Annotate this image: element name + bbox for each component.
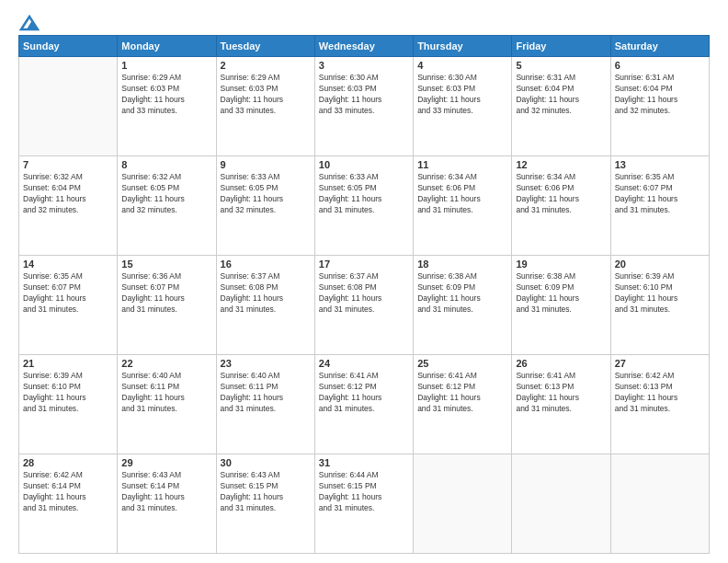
day-info: Sunrise: 6:38 AM Sunset: 6:09 PM Dayligh… — [516, 271, 606, 316]
calendar-week-row: 7Sunrise: 6:32 AM Sunset: 6:04 PM Daylig… — [19, 156, 710, 256]
day-info: Sunrise: 6:34 AM Sunset: 6:06 PM Dayligh… — [417, 172, 507, 216]
calendar-cell: 19Sunrise: 6:38 AM Sunset: 6:09 PM Dayli… — [512, 256, 610, 355]
day-number: 23 — [221, 358, 311, 369]
day-info: Sunrise: 6:41 AM Sunset: 6:13 PM Dayligh… — [516, 371, 606, 415]
day-number: 3 — [319, 60, 409, 71]
calendar-cell: 2Sunrise: 6:29 AM Sunset: 6:03 PM Daylig… — [216, 57, 314, 156]
calendar-week-row: 1Sunrise: 6:29 AM Sunset: 6:03 PM Daylig… — [19, 57, 710, 156]
calendar-cell — [610, 454, 709, 554]
day-info: Sunrise: 6:42 AM Sunset: 6:14 PM Dayligh… — [23, 470, 113, 514]
day-info: Sunrise: 6:43 AM Sunset: 6:14 PM Dayligh… — [121, 470, 211, 514]
calendar-cell: 6Sunrise: 6:31 AM Sunset: 6:04 PM Daylig… — [610, 57, 709, 156]
day-number: 27 — [615, 358, 705, 369]
calendar-cell: 13Sunrise: 6:35 AM Sunset: 6:07 PM Dayli… — [610, 156, 709, 256]
day-info: Sunrise: 6:41 AM Sunset: 6:12 PM Dayligh… — [417, 371, 507, 415]
day-number: 10 — [319, 159, 409, 170]
calendar-cell — [512, 454, 610, 554]
day-info: Sunrise: 6:29 AM Sunset: 6:03 PM Dayligh… — [221, 73, 311, 117]
calendar-cell: 9Sunrise: 6:33 AM Sunset: 6:05 PM Daylig… — [216, 156, 314, 256]
day-info: Sunrise: 6:30 AM Sunset: 6:03 PM Dayligh… — [319, 73, 409, 117]
calendar-cell: 10Sunrise: 6:33 AM Sunset: 6:05 PM Dayli… — [314, 156, 413, 256]
day-info: Sunrise: 6:36 AM Sunset: 6:07 PM Dayligh… — [121, 271, 211, 316]
day-number: 15 — [121, 259, 211, 270]
calendar-cell: 28Sunrise: 6:42 AM Sunset: 6:14 PM Dayli… — [19, 454, 118, 554]
header — [18, 15, 710, 28]
weekday-header-sunday: Sunday — [19, 36, 118, 57]
day-info: Sunrise: 6:38 AM Sunset: 6:09 PM Dayligh… — [417, 271, 507, 316]
calendar-cell: 3Sunrise: 6:30 AM Sunset: 6:03 PM Daylig… — [314, 57, 413, 156]
day-info: Sunrise: 6:40 AM Sunset: 6:11 PM Dayligh… — [121, 371, 211, 415]
calendar-cell: 11Sunrise: 6:34 AM Sunset: 6:06 PM Dayli… — [414, 156, 512, 256]
day-info: Sunrise: 6:33 AM Sunset: 6:05 PM Dayligh… — [221, 172, 311, 216]
day-info: Sunrise: 6:35 AM Sunset: 6:07 PM Dayligh… — [23, 271, 113, 316]
calendar-cell: 30Sunrise: 6:43 AM Sunset: 6:15 PM Dayli… — [216, 454, 314, 554]
day-number: 16 — [221, 259, 311, 270]
day-number: 26 — [516, 358, 606, 369]
day-number: 29 — [121, 457, 211, 468]
day-info: Sunrise: 6:42 AM Sunset: 6:13 PM Dayligh… — [615, 371, 705, 415]
weekday-header-row: SundayMondayTuesdayWednesdayThursdayFrid… — [19, 36, 710, 57]
calendar-week-row: 21Sunrise: 6:39 AM Sunset: 6:10 PM Dayli… — [19, 355, 710, 454]
day-info: Sunrise: 6:32 AM Sunset: 6:04 PM Dayligh… — [23, 172, 113, 216]
day-number: 7 — [23, 159, 113, 170]
day-number: 18 — [417, 259, 507, 270]
calendar-table: SundayMondayTuesdayWednesdayThursdayFrid… — [18, 35, 710, 554]
day-number: 9 — [221, 159, 311, 170]
calendar-cell: 24Sunrise: 6:41 AM Sunset: 6:12 PM Dayli… — [314, 355, 413, 454]
calendar-cell: 31Sunrise: 6:44 AM Sunset: 6:15 PM Dayli… — [314, 454, 413, 554]
day-number: 21 — [23, 358, 113, 369]
calendar-week-row: 14Sunrise: 6:35 AM Sunset: 6:07 PM Dayli… — [19, 256, 710, 355]
weekday-header-tuesday: Tuesday — [216, 36, 314, 57]
calendar-cell: 29Sunrise: 6:43 AM Sunset: 6:14 PM Dayli… — [118, 454, 216, 554]
day-number: 11 — [417, 159, 507, 170]
page: SundayMondayTuesdayWednesdayThursdayFrid… — [0, 0, 728, 563]
day-info: Sunrise: 6:41 AM Sunset: 6:12 PM Dayligh… — [319, 371, 409, 415]
day-number: 14 — [23, 259, 113, 270]
day-info: Sunrise: 6:35 AM Sunset: 6:07 PM Dayligh… — [615, 172, 705, 216]
calendar-cell: 4Sunrise: 6:30 AM Sunset: 6:03 PM Daylig… — [414, 57, 512, 156]
calendar-cell: 5Sunrise: 6:31 AM Sunset: 6:04 PM Daylig… — [512, 57, 610, 156]
day-info: Sunrise: 6:37 AM Sunset: 6:08 PM Dayligh… — [319, 271, 409, 316]
day-info: Sunrise: 6:39 AM Sunset: 6:10 PM Dayligh… — [615, 271, 705, 316]
day-number: 20 — [615, 259, 705, 270]
day-number: 28 — [23, 457, 113, 468]
calendar-cell: 14Sunrise: 6:35 AM Sunset: 6:07 PM Dayli… — [19, 256, 118, 355]
day-number: 6 — [615, 60, 705, 71]
weekday-header-wednesday: Wednesday — [314, 36, 413, 57]
weekday-header-thursday: Thursday — [414, 36, 512, 57]
calendar-cell: 22Sunrise: 6:40 AM Sunset: 6:11 PM Dayli… — [118, 355, 216, 454]
day-info: Sunrise: 6:44 AM Sunset: 6:15 PM Dayligh… — [319, 470, 409, 514]
calendar-cell: 18Sunrise: 6:38 AM Sunset: 6:09 PM Dayli… — [414, 256, 512, 355]
calendar-cell: 25Sunrise: 6:41 AM Sunset: 6:12 PM Dayli… — [414, 355, 512, 454]
weekday-header-monday: Monday — [118, 36, 216, 57]
calendar-cell: 21Sunrise: 6:39 AM Sunset: 6:10 PM Dayli… — [19, 355, 118, 454]
calendar-cell: 7Sunrise: 6:32 AM Sunset: 6:04 PM Daylig… — [19, 156, 118, 256]
day-number: 19 — [516, 259, 606, 270]
day-number: 25 — [417, 358, 507, 369]
day-number: 30 — [221, 457, 311, 468]
day-number: 2 — [221, 60, 311, 71]
calendar-cell: 15Sunrise: 6:36 AM Sunset: 6:07 PM Dayli… — [118, 256, 216, 355]
day-number: 1 — [121, 60, 211, 71]
calendar-cell: 16Sunrise: 6:37 AM Sunset: 6:08 PM Dayli… — [216, 256, 314, 355]
day-number: 4 — [417, 60, 507, 71]
calendar-week-row: 28Sunrise: 6:42 AM Sunset: 6:14 PM Dayli… — [19, 454, 710, 554]
day-info: Sunrise: 6:39 AM Sunset: 6:10 PM Dayligh… — [23, 371, 113, 415]
calendar-cell: 20Sunrise: 6:39 AM Sunset: 6:10 PM Dayli… — [610, 256, 709, 355]
day-info: Sunrise: 6:31 AM Sunset: 6:04 PM Dayligh… — [615, 73, 705, 117]
calendar-cell: 8Sunrise: 6:32 AM Sunset: 6:05 PM Daylig… — [118, 156, 216, 256]
day-number: 5 — [516, 60, 606, 71]
day-number: 17 — [319, 259, 409, 270]
calendar-cell — [19, 57, 118, 156]
weekday-header-friday: Friday — [512, 36, 610, 57]
logo-icon — [19, 15, 40, 31]
day-info: Sunrise: 6:30 AM Sunset: 6:03 PM Dayligh… — [417, 73, 507, 117]
logo — [18, 15, 40, 28]
day-number: 31 — [319, 457, 409, 468]
day-info: Sunrise: 6:40 AM Sunset: 6:11 PM Dayligh… — [221, 371, 311, 415]
day-number: 24 — [319, 358, 409, 369]
day-info: Sunrise: 6:37 AM Sunset: 6:08 PM Dayligh… — [221, 271, 311, 316]
day-number: 8 — [121, 159, 211, 170]
day-info: Sunrise: 6:31 AM Sunset: 6:04 PM Dayligh… — [516, 73, 606, 117]
calendar-cell: 12Sunrise: 6:34 AM Sunset: 6:06 PM Dayli… — [512, 156, 610, 256]
